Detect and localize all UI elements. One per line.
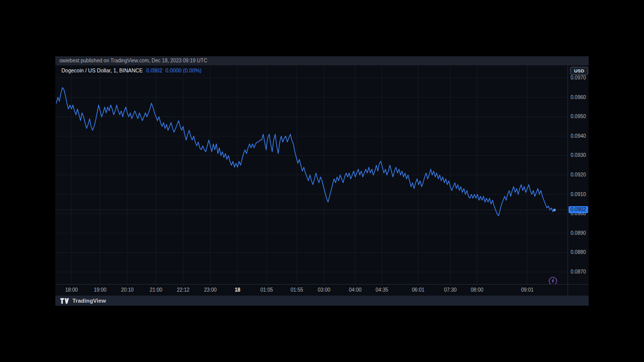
time-tick-label: 04:35 bbox=[375, 287, 388, 293]
time-tick-label: 01:55 bbox=[290, 287, 303, 293]
chart-legend: Dogecoin / US Dollar, 1, BINANCE0.09020.… bbox=[61, 67, 202, 73]
page: { "attribution": { "text": "owiebest pub… bbox=[0, 0, 644, 362]
time-tick-label: 03:00 bbox=[317, 287, 330, 293]
time-tick-label: 18:00 bbox=[65, 287, 77, 293]
price-line-chart[interactable] bbox=[55, 65, 568, 284]
attribution-text: owiebest published on TradingView.com, D… bbox=[59, 58, 207, 63]
tradingview-logo-icon[interactable] bbox=[60, 298, 69, 304]
time-tick-label: 08:00 bbox=[470, 287, 483, 293]
footer-bar: TradingView bbox=[55, 296, 589, 306]
price-tick-label: 0.0960 bbox=[571, 95, 586, 100]
price-line-series bbox=[56, 87, 554, 216]
time-tick-label: 22:12 bbox=[177, 287, 189, 293]
time-tick-label: 07:30 bbox=[444, 287, 456, 293]
time-tick-label: 18 bbox=[234, 287, 240, 293]
last-price-dot bbox=[553, 209, 555, 211]
attribution-bar: owiebest published on TradingView.com, D… bbox=[55, 56, 589, 65]
legend-change: 0.0000 (0.00%) bbox=[166, 67, 202, 73]
time-axis[interactable]: 18:0019:0020:1021:0022:1223:001801:0501:… bbox=[55, 284, 589, 296]
time-tick-label: 21:00 bbox=[149, 287, 162, 293]
lightning-bolt-icon[interactable] bbox=[548, 277, 557, 284]
price-tick-label: 0.0870 bbox=[571, 269, 586, 275]
price-tick-label: 0.0950 bbox=[571, 114, 586, 119]
time-tick-label: 09:01 bbox=[521, 287, 533, 293]
chart-plot-area[interactable]: Dogecoin / US Dollar, 1, BINANCE0.09020.… bbox=[55, 65, 568, 284]
time-tick-label: 06:01 bbox=[412, 287, 424, 293]
price-tick-label: 0.0970 bbox=[571, 75, 586, 80]
tradingview-chart-panel: owiebest published on TradingView.com, D… bbox=[55, 56, 589, 306]
price-tick-label: 0.0930 bbox=[571, 152, 586, 158]
price-tick-label: 0.0880 bbox=[571, 249, 586, 255]
price-tick-label: 0.0890 bbox=[571, 230, 586, 236]
tradingview-brand-text[interactable]: TradingView bbox=[72, 298, 106, 304]
price-axis[interactable]: USD 0.09700.09600.09500.09400.09300.0920… bbox=[568, 65, 589, 296]
price-tick-label: 0.0920 bbox=[571, 172, 586, 177]
price-tick-label: 0.0910 bbox=[571, 192, 586, 197]
time-tick-label: 01:05 bbox=[260, 287, 273, 293]
time-tick-label: 19:00 bbox=[94, 287, 106, 293]
current-price-badge: 0.0902 bbox=[569, 206, 588, 213]
symbol-title: Dogecoin / US Dollar, 1, BINANCE bbox=[61, 67, 143, 73]
time-tick-label: 04:00 bbox=[349, 287, 361, 293]
time-tick-label: 23:00 bbox=[204, 287, 216, 293]
time-tick-label: 20:10 bbox=[121, 287, 133, 293]
currency-badge[interactable]: USD bbox=[570, 67, 588, 75]
price-tick-label: 0.0940 bbox=[571, 133, 586, 139]
legend-last-price: 0.0902 bbox=[146, 67, 163, 73]
